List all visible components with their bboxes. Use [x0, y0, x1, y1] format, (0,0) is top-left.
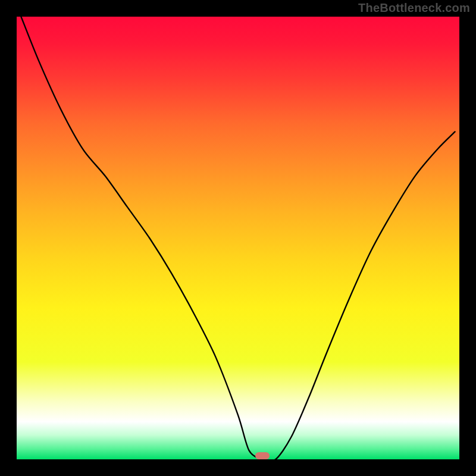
gradient-background: [17, 17, 459, 459]
watermark-label: TheBottleneck.com: [358, 1, 470, 15]
chart-frame: TheBottleneck.com: [0, 0, 476, 476]
plot-area: [17, 17, 459, 459]
plot-svg: [17, 17, 459, 459]
optimal-marker: [255, 452, 270, 459]
